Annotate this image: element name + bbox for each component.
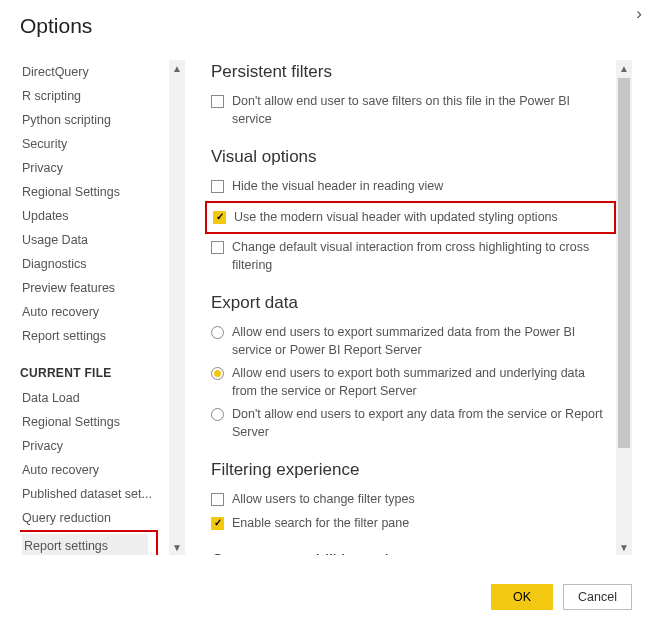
dialog-body: DirectQuery R scripting Python scripting… <box>20 60 632 555</box>
sidebar-item-published-dataset[interactable]: Published dataset set... <box>20 482 169 506</box>
checkbox-modern-visual-header[interactable]: ✓ <box>213 211 226 224</box>
option-row: ✓ Enable search for the filter pane <box>211 512 610 536</box>
chevron-right-icon[interactable]: › <box>636 4 642 24</box>
group-filtering-experience: Filtering experience <box>211 460 610 480</box>
sidebar-item-regional-settings[interactable]: Regional Settings <box>20 180 169 204</box>
option-row: Don't allow end user to save filters on … <box>211 90 610 131</box>
chevron-down-icon[interactable]: ▼ <box>616 539 632 555</box>
sidebar-item-data-load[interactable]: Data Load <box>20 386 169 410</box>
radio-export-both[interactable] <box>211 367 224 380</box>
scrollbar-thumb[interactable] <box>618 78 630 448</box>
sidebar-item-privacy[interactable]: Privacy <box>20 156 169 180</box>
option-label: Allow end users to export summarized dat… <box>232 324 610 359</box>
checkbox-disallow-save-filters[interactable] <box>211 95 224 108</box>
radio-export-summarized[interactable] <box>211 326 224 339</box>
sidebar-item-query-reduction[interactable]: Query reduction <box>20 506 169 530</box>
group-visual-options: Visual options <box>211 147 610 167</box>
sidebar: DirectQuery R scripting Python scripting… <box>20 60 185 555</box>
sidebar-item-directquery[interactable]: DirectQuery <box>20 60 169 84</box>
option-label: Use the modern visual header with update… <box>234 209 608 227</box>
sidebar-item-regional-settings-file[interactable]: Regional Settings <box>20 410 169 434</box>
checkbox-change-filter-types[interactable] <box>211 493 224 506</box>
checkbox-hide-visual-header[interactable] <box>211 180 224 193</box>
sidebar-item-security[interactable]: Security <box>20 132 169 156</box>
sidebar-section-current-file: CURRENT FILE <box>20 366 169 380</box>
sidebar-item-preview-features[interactable]: Preview features <box>20 276 169 300</box>
sidebar-item-report-settings-global[interactable]: Report settings <box>20 324 169 348</box>
sidebar-item-auto-recovery-file[interactable]: Auto recovery <box>20 458 169 482</box>
radio-export-none[interactable] <box>211 408 224 421</box>
option-row: Don't allow end users to export any data… <box>211 403 610 444</box>
sidebar-item-report-settings-file[interactable]: Report settings <box>22 534 148 555</box>
highlight-modern-header: ✓ Use the modern visual header with upda… <box>205 201 616 235</box>
sidebar-scrollbar[interactable]: ▲ ▼ <box>169 60 185 555</box>
chevron-up-icon[interactable]: ▲ <box>616 60 632 76</box>
option-row: ✓ Use the modern visual header with upda… <box>213 206 608 230</box>
sidebar-item-usage-data[interactable]: Usage Data <box>20 228 169 252</box>
chevron-down-icon[interactable]: ▼ <box>169 539 185 555</box>
sidebar-item-r-scripting[interactable]: R scripting <box>20 84 169 108</box>
option-row: Allow end users to export summarized dat… <box>211 321 610 362</box>
option-label: Enable search for the filter pane <box>232 515 610 533</box>
group-export-data: Export data <box>211 293 610 313</box>
sidebar-item-python-scripting[interactable]: Python scripting <box>20 108 169 132</box>
sidebar-item-auto-recovery[interactable]: Auto recovery <box>20 300 169 324</box>
option-label: Allow end users to export both summarize… <box>232 365 610 400</box>
main-panel: Persistent filters Don't allow end user … <box>185 60 632 555</box>
option-row: Allow end users to export both summarize… <box>211 362 610 403</box>
option-label: Allow users to change filter types <box>232 491 610 509</box>
option-label: Don't allow end users to export any data… <box>232 406 610 441</box>
group-cross-report: Cross-report drillthrough <box>211 551 610 555</box>
option-row: Change default visual interaction from c… <box>211 236 610 277</box>
option-label: Change default visual interaction from c… <box>232 239 610 274</box>
main-scrollbar[interactable]: ▲ ▼ <box>616 60 632 555</box>
option-row: Hide the visual header in reading view <box>211 175 610 199</box>
sidebar-item-updates[interactable]: Updates <box>20 204 169 228</box>
chevron-up-icon[interactable]: ▲ <box>169 60 185 76</box>
options-dialog: › Options DirectQuery R scripting Python… <box>0 0 650 620</box>
ok-button[interactable]: OK <box>491 584 553 610</box>
dialog-title: Options <box>20 14 632 38</box>
sidebar-item-privacy-file[interactable]: Privacy <box>20 434 169 458</box>
checkbox-enable-search-filter[interactable]: ✓ <box>211 517 224 530</box>
option-label: Don't allow end user to save filters on … <box>232 93 610 128</box>
option-label: Hide the visual header in reading view <box>232 178 610 196</box>
cancel-button[interactable]: Cancel <box>563 584 632 610</box>
highlight-report-settings: Report settings <box>20 530 158 555</box>
group-persistent-filters: Persistent filters <box>211 62 610 82</box>
dialog-footer: OK Cancel <box>491 584 632 610</box>
sidebar-item-diagnostics[interactable]: Diagnostics <box>20 252 169 276</box>
checkbox-cross-filtering[interactable] <box>211 241 224 254</box>
option-row: Allow users to change filter types <box>211 488 610 512</box>
